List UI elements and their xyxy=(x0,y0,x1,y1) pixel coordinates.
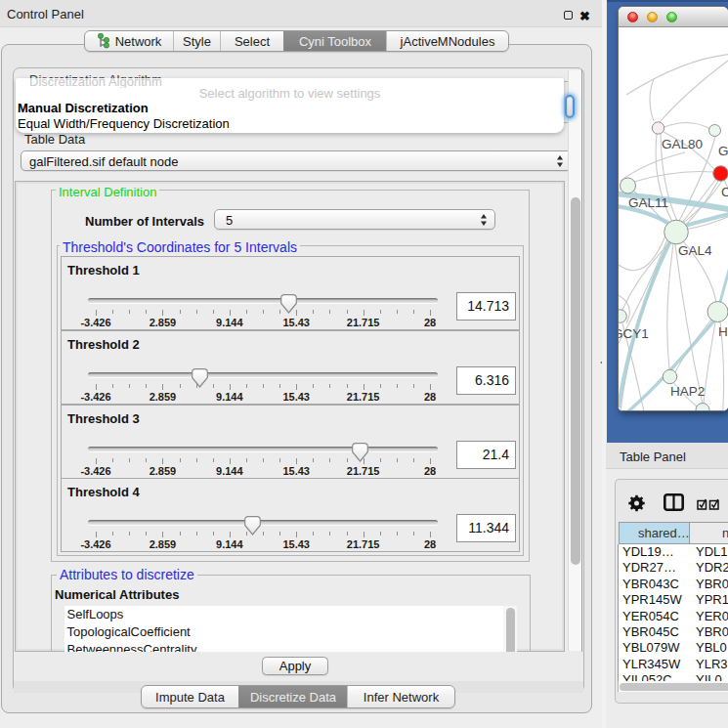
svg-text:GA: GA xyxy=(718,144,728,158)
svg-text:HI: HI xyxy=(718,324,728,339)
svg-text:GAL80: GAL80 xyxy=(662,137,703,151)
svg-text:HAP2: HAP2 xyxy=(670,384,705,399)
svg-text:GCY1: GCY1 xyxy=(619,326,649,341)
svg-text:GAL11: GAL11 xyxy=(628,195,668,210)
svg-text:GAL4: GAL4 xyxy=(678,243,712,258)
svg-text:C: C xyxy=(721,185,728,199)
